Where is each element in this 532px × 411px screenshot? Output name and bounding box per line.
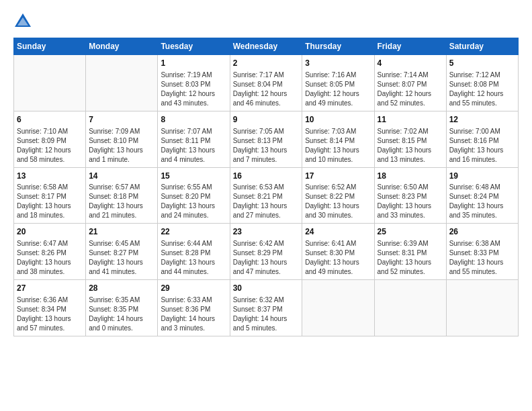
- header: [13, 12, 519, 31]
- day-info: Sunrise: 6:47 AM Sunset: 8:26 PM Dayligh…: [17, 239, 83, 277]
- day-number: 19: [449, 171, 515, 182]
- calendar-cell: 29Sunrise: 6:33 AM Sunset: 8:36 PM Dayli…: [158, 280, 230, 336]
- week-row-3: 13Sunrise: 6:58 AM Sunset: 8:17 PM Dayli…: [14, 167, 519, 224]
- logo: [13, 12, 35, 31]
- day-number: 28: [89, 283, 154, 294]
- day-number: 10: [305, 114, 371, 126]
- calendar-cell: 18Sunrise: 6:50 AM Sunset: 8:23 PM Dayli…: [374, 167, 446, 224]
- day-info: Sunrise: 6:58 AM Sunset: 8:17 PM Dayligh…: [17, 183, 83, 220]
- calendar-cell: 26Sunrise: 6:38 AM Sunset: 8:33 PM Dayli…: [446, 224, 518, 280]
- day-number: 22: [161, 226, 226, 238]
- day-info: Sunrise: 6:42 AM Sunset: 8:29 PM Dayligh…: [233, 239, 300, 277]
- calendar-cell: [86, 55, 158, 111]
- day-number: 18: [378, 171, 443, 182]
- day-number: 23: [233, 226, 300, 238]
- calendar-cell: 21Sunrise: 6:45 AM Sunset: 8:27 PM Dayli…: [86, 224, 158, 280]
- calendar-cell: 25Sunrise: 6:39 AM Sunset: 8:31 PM Dayli…: [374, 224, 446, 280]
- calendar-cell: 16Sunrise: 6:53 AM Sunset: 8:21 PM Dayli…: [230, 167, 302, 224]
- day-info: Sunrise: 6:32 AM Sunset: 8:37 PM Dayligh…: [233, 295, 300, 333]
- calendar-cell: 28Sunrise: 6:35 AM Sunset: 8:35 PM Dayli…: [86, 280, 158, 336]
- calendar-cell: [302, 280, 374, 336]
- day-number: 4: [378, 58, 443, 69]
- day-number: 26: [449, 226, 515, 238]
- day-number: 12: [449, 114, 515, 126]
- day-info: Sunrise: 6:45 AM Sunset: 8:27 PM Dayligh…: [89, 239, 154, 277]
- calendar-cell: 7Sunrise: 7:09 AM Sunset: 8:10 PM Daylig…: [86, 111, 158, 167]
- weekday-header-wednesday: Wednesday: [230, 38, 302, 55]
- page: SundayMondayTuesdayWednesdayThursdayFrid…: [0, 0, 532, 411]
- day-info: Sunrise: 6:50 AM Sunset: 8:23 PM Dayligh…: [378, 183, 443, 220]
- calendar-table: SundayMondayTuesdayWednesdayThursdayFrid…: [13, 38, 519, 336]
- calendar-cell: 13Sunrise: 6:58 AM Sunset: 8:17 PM Dayli…: [14, 167, 86, 224]
- weekday-header-row: SundayMondayTuesdayWednesdayThursdayFrid…: [14, 38, 519, 55]
- day-info: Sunrise: 6:52 AM Sunset: 8:22 PM Dayligh…: [305, 183, 371, 220]
- weekday-header-monday: Monday: [86, 38, 158, 55]
- calendar-cell: [374, 280, 446, 336]
- calendar-cell: 27Sunrise: 6:36 AM Sunset: 8:34 PM Dayli…: [14, 280, 86, 336]
- calendar-cell: 12Sunrise: 7:00 AM Sunset: 8:16 PM Dayli…: [446, 111, 518, 167]
- week-row-1: 1Sunrise: 7:19 AM Sunset: 8:03 PM Daylig…: [14, 55, 519, 111]
- calendar-cell: 19Sunrise: 6:48 AM Sunset: 8:24 PM Dayli…: [446, 167, 518, 224]
- day-number: 24: [305, 226, 371, 238]
- calendar-cell: 17Sunrise: 6:52 AM Sunset: 8:22 PM Dayli…: [302, 167, 374, 224]
- calendar-cell: 4Sunrise: 7:14 AM Sunset: 8:07 PM Daylig…: [374, 55, 446, 111]
- calendar-cell: [446, 280, 518, 336]
- logo-icon: [13, 12, 32, 31]
- day-info: Sunrise: 7:17 AM Sunset: 8:04 PM Dayligh…: [233, 71, 300, 108]
- calendar-cell: 22Sunrise: 6:44 AM Sunset: 8:28 PM Dayli…: [158, 224, 230, 280]
- day-info: Sunrise: 7:02 AM Sunset: 8:15 PM Dayligh…: [378, 127, 443, 165]
- day-number: 11: [378, 114, 443, 126]
- day-number: 9: [233, 114, 300, 126]
- day-number: 20: [17, 226, 83, 238]
- day-info: Sunrise: 6:41 AM Sunset: 8:30 PM Dayligh…: [305, 239, 371, 277]
- day-info: Sunrise: 6:33 AM Sunset: 8:36 PM Dayligh…: [161, 295, 226, 333]
- day-info: Sunrise: 6:36 AM Sunset: 8:34 PM Dayligh…: [17, 295, 83, 333]
- day-info: Sunrise: 7:00 AM Sunset: 8:16 PM Dayligh…: [449, 127, 515, 165]
- day-info: Sunrise: 6:53 AM Sunset: 8:21 PM Dayligh…: [233, 183, 300, 220]
- day-info: Sunrise: 6:35 AM Sunset: 8:35 PM Dayligh…: [89, 295, 154, 333]
- day-number: 5: [449, 58, 515, 69]
- day-number: 7: [89, 114, 154, 126]
- day-info: Sunrise: 6:44 AM Sunset: 8:28 PM Dayligh…: [161, 239, 226, 277]
- calendar-cell: 1Sunrise: 7:19 AM Sunset: 8:03 PM Daylig…: [158, 55, 230, 111]
- day-info: Sunrise: 7:16 AM Sunset: 8:05 PM Dayligh…: [305, 71, 371, 108]
- day-number: 21: [89, 226, 154, 238]
- day-info: Sunrise: 7:14 AM Sunset: 8:07 PM Dayligh…: [378, 71, 443, 108]
- week-row-2: 6Sunrise: 7:10 AM Sunset: 8:09 PM Daylig…: [14, 111, 519, 167]
- week-row-5: 27Sunrise: 6:36 AM Sunset: 8:34 PM Dayli…: [14, 280, 519, 336]
- day-number: 6: [17, 114, 83, 126]
- day-number: 8: [161, 114, 226, 126]
- day-number: 14: [89, 171, 154, 182]
- day-info: Sunrise: 6:57 AM Sunset: 8:18 PM Dayligh…: [89, 183, 154, 220]
- day-info: Sunrise: 7:10 AM Sunset: 8:09 PM Dayligh…: [17, 127, 83, 165]
- day-number: 15: [161, 171, 226, 182]
- day-info: Sunrise: 7:09 AM Sunset: 8:10 PM Dayligh…: [89, 127, 154, 165]
- day-number: 16: [233, 171, 300, 182]
- day-number: 2: [233, 58, 300, 69]
- day-info: Sunrise: 6:39 AM Sunset: 8:31 PM Dayligh…: [378, 239, 443, 277]
- calendar-cell: 2Sunrise: 7:17 AM Sunset: 8:04 PM Daylig…: [230, 55, 302, 111]
- calendar-cell: 15Sunrise: 6:55 AM Sunset: 8:20 PM Dayli…: [158, 167, 230, 224]
- calendar-cell: 6Sunrise: 7:10 AM Sunset: 8:09 PM Daylig…: [14, 111, 86, 167]
- calendar-cell: [14, 55, 86, 111]
- day-number: 3: [305, 58, 371, 69]
- calendar-cell: 20Sunrise: 6:47 AM Sunset: 8:26 PM Dayli…: [14, 224, 86, 280]
- calendar-cell: 8Sunrise: 7:07 AM Sunset: 8:11 PM Daylig…: [158, 111, 230, 167]
- day-info: Sunrise: 6:38 AM Sunset: 8:33 PM Dayligh…: [449, 239, 515, 277]
- day-info: Sunrise: 7:12 AM Sunset: 8:08 PM Dayligh…: [449, 71, 515, 108]
- weekday-header-sunday: Sunday: [14, 38, 86, 55]
- day-number: 30: [233, 283, 300, 294]
- calendar-cell: 10Sunrise: 7:03 AM Sunset: 8:14 PM Dayli…: [302, 111, 374, 167]
- calendar-cell: 9Sunrise: 7:05 AM Sunset: 8:13 PM Daylig…: [230, 111, 302, 167]
- calendar-cell: 30Sunrise: 6:32 AM Sunset: 8:37 PM Dayli…: [230, 280, 302, 336]
- day-number: 29: [161, 283, 226, 294]
- calendar-cell: 24Sunrise: 6:41 AM Sunset: 8:30 PM Dayli…: [302, 224, 374, 280]
- calendar-cell: 11Sunrise: 7:02 AM Sunset: 8:15 PM Dayli…: [374, 111, 446, 167]
- calendar-cell: 23Sunrise: 6:42 AM Sunset: 8:29 PM Dayli…: [230, 224, 302, 280]
- calendar-cell: 14Sunrise: 6:57 AM Sunset: 8:18 PM Dayli…: [86, 167, 158, 224]
- weekday-header-saturday: Saturday: [446, 38, 518, 55]
- day-number: 17: [305, 171, 371, 182]
- weekday-header-friday: Friday: [374, 38, 446, 55]
- calendar-cell: 3Sunrise: 7:16 AM Sunset: 8:05 PM Daylig…: [302, 55, 374, 111]
- day-info: Sunrise: 7:07 AM Sunset: 8:11 PM Dayligh…: [161, 127, 226, 165]
